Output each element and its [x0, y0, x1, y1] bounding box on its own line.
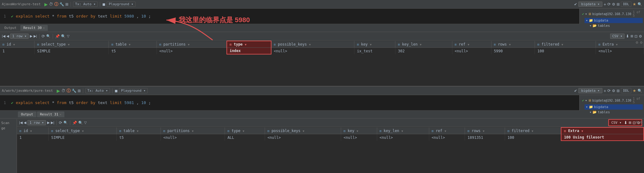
maximize-top[interactable]: ⊡ [634, 34, 638, 38]
search-bottom-btn[interactable]: 🔍 [638, 89, 642, 93]
square-stop-bottom[interactable]: ◼ [115, 89, 118, 93]
rows-dropdown-top[interactable]: 1 row ▾ [10, 34, 29, 39]
nav-prev-bottom[interactable]: ◀ [24, 121, 26, 125]
table-button[interactable]: ⊞ [617, 2, 620, 6]
col-key-len[interactable]: ⊞ key_len ▼ [395, 41, 452, 48]
col-partitions[interactable]: ⊞ partitions ▼ [157, 41, 227, 48]
tab-top-close[interactable]: ✕ [43, 26, 45, 30]
table-item[interactable]: ▾ 📂 tables [588, 23, 643, 28]
output-tab[interactable]: Output [1, 25, 20, 31]
info-button[interactable]: ⓘ [54, 2, 58, 7]
col-possible-keys-bottom[interactable]: ⊞ possible_keys ▼ [265, 127, 341, 134]
col-ref-bottom[interactable]: ⊞ ref ▼ [429, 127, 465, 134]
play-button[interactable]: ▶ [44, 2, 48, 7]
square-stop[interactable]: ◼ [102, 2, 105, 6]
refresh-bottom[interactable]: ⟳ [59, 120, 62, 125]
pin-top[interactable]: 📌 [55, 34, 60, 38]
ddl-button[interactable]: DDL [621, 2, 631, 7]
info-button-bottom[interactable]: ⓘ [67, 88, 71, 94]
gear-icon-bottom-1[interactable]: ⚙ [636, 120, 638, 124]
playground-dropdown-bottom[interactable]: Playground ▾ [119, 88, 148, 93]
db-connect-button[interactable]: ✔ [574, 2, 577, 6]
col-filter-top[interactable]: ▽ [67, 34, 69, 38]
wrench-button-bottom[interactable]: 🔧 [72, 89, 76, 93]
export-top[interactable]: ⬇ [626, 34, 629, 38]
bigdata-dropdown[interactable]: bigdata ▾ [578, 2, 602, 7]
gear-icon-top-1[interactable]: ⚙ [636, 40, 638, 45]
tab-bottom-close[interactable]: ✕ [59, 113, 61, 116]
grid-button-bottom[interactable]: ⊞ [78, 89, 81, 93]
plus-button[interactable]: + [604, 2, 606, 7]
db-connection-item-bottom[interactable]: ✔ ▾ 🖥 bigdata@192.168.7.130 1 of 5 [581, 96, 643, 104]
col-id[interactable]: ⊞ id ▼ [0, 41, 35, 48]
rows-dropdown-bottom[interactable]: 1 row ▾ [27, 120, 46, 125]
result-tab-top[interactable]: Result 30 ✕ [20, 25, 48, 31]
playground-dropdown[interactable]: Playground ▾ [107, 2, 135, 7]
refresh-top[interactable]: ⟳ [42, 34, 45, 38]
col-partitions-bottom[interactable]: ⊞ partitions ▼ [161, 127, 225, 134]
gear-icon-bottom-2[interactable]: ⚙ [640, 120, 642, 124]
nav-last[interactable]: ▶| [34, 34, 37, 38]
tx-auto-dropdown[interactable]: Tx: Auto ▾ [73, 2, 98, 7]
export-bottom[interactable]: ⬇ [624, 120, 627, 125]
nav-prev[interactable]: ◀ [6, 34, 9, 38]
settings-button-bottom[interactable]: ⚙ [612, 89, 615, 93]
bottom-sql-text[interactable]: explain select * from t5 order by text l… [16, 100, 151, 105]
timer-button[interactable]: ⏱ [49, 2, 53, 6]
reload-button-bottom[interactable]: ⟳ [607, 88, 611, 93]
col-type-highlighted[interactable]: ⊞ type ▼ [227, 41, 271, 48]
col-id-bottom[interactable]: ⊞ id ▼ [17, 127, 49, 134]
col-key-len-bottom[interactable]: ⊞ key_len ▼ [377, 127, 429, 134]
timer-button-bottom[interactable]: ⏱ [61, 88, 65, 93]
nav-last-bottom[interactable]: ▶| [51, 121, 54, 125]
play-button-bottom[interactable]: ▶ [57, 88, 60, 93]
col-key[interactable]: ⊞ key ▼ [354, 41, 395, 48]
top-sql-text[interactable]: explain select * from t5 order by text l… [16, 14, 151, 18]
filter-bottom[interactable]: 🔍 [63, 121, 68, 125]
bigdata-dropdown-bottom[interactable]: bigdata ▾ [578, 88, 602, 93]
tx-auto-dropdown-bottom[interactable]: Tx: Auto ▾ [85, 88, 110, 93]
col-possible-keys[interactable]: ⊞ possible_keys ▼ [271, 41, 354, 48]
db-connect-button-bottom[interactable]: ✔ [574, 89, 577, 93]
gear-icon-top-2[interactable]: ⚙ [640, 40, 642, 45]
csv-dropdown-bottom[interactable]: CSV ▾ [610, 120, 623, 125]
star-button[interactable]: ★ [633, 2, 636, 6]
col-filtered-bottom[interactable]: ⊞ filtered ▼ [505, 127, 561, 134]
settings-top[interactable]: ⚙ [639, 34, 642, 38]
settings-button[interactable]: ⚙ [612, 2, 615, 6]
search-top[interactable]: 🔍 [61, 34, 66, 38]
nav-first-bottom[interactable]: |◀ [19, 121, 22, 125]
col-table[interactable]: ⊞ table ▼ [109, 41, 157, 48]
db-name-item-bottom[interactable]: ▾ 📁 bigdata [585, 104, 643, 110]
db-name-item[interactable]: ▾ 📁 bigdata [585, 18, 643, 23]
wrench-button[interactable]: 🔧 [59, 2, 64, 6]
search-bottom[interactable]: 🔍 [78, 121, 83, 125]
transpose-top[interactable]: ⊞ [630, 34, 633, 38]
output-tab-bottom[interactable]: Output [18, 111, 36, 117]
col-table-bottom[interactable]: ⊞ table ▼ [117, 127, 161, 134]
filter-top[interactable]: 🔍 [46, 34, 51, 38]
plus-button-bottom[interactable]: + [604, 88, 606, 93]
grid-button[interactable]: ⊞ [65, 2, 68, 6]
col-ref[interactable]: ⊞ ref ▼ [452, 41, 491, 48]
nav-next-bottom[interactable]: ▶ [47, 121, 50, 125]
nav-first[interactable]: |◀ [2, 34, 5, 38]
maximize-bottom[interactable]: ⊡ [633, 121, 636, 125]
pin-bottom[interactable]: 📌 [72, 121, 77, 125]
star-button-bottom[interactable]: ★ [633, 88, 636, 93]
col-filtered[interactable]: ⊞ filtered ▼ [535, 41, 596, 48]
col-key-bottom[interactable]: ⊞ key ▼ [341, 127, 377, 134]
search-top-button[interactable]: 🔍 [638, 2, 642, 6]
col-select-type-bottom[interactable]: ⊞ select_type ▼ [49, 127, 117, 134]
col-extra-bottom-highlighted[interactable]: ⊞ Extra ▼ [561, 127, 644, 134]
col-filter-bottom[interactable]: ▽ [84, 121, 87, 125]
result-tab-bottom[interactable]: Result 31 ✕ [37, 111, 65, 117]
col-type-bottom[interactable]: ⊞ type ▼ [225, 127, 265, 134]
nav-next[interactable]: ▶ [30, 34, 32, 38]
db-connection-item[interactable]: ✔ ▾ 🖥 bigdata@192.168.7.130 1 of 5 [581, 10, 643, 18]
csv-dropdown-top[interactable]: CSV ▾ [610, 34, 625, 39]
table-button-bottom[interactable]: ⊞ [617, 89, 620, 93]
reload-button[interactable]: ⟳ [607, 2, 611, 6]
col-rows-bottom[interactable]: ⊞ rows ▼ [465, 127, 505, 134]
transpose-bottom[interactable]: ⊞ [629, 121, 631, 125]
